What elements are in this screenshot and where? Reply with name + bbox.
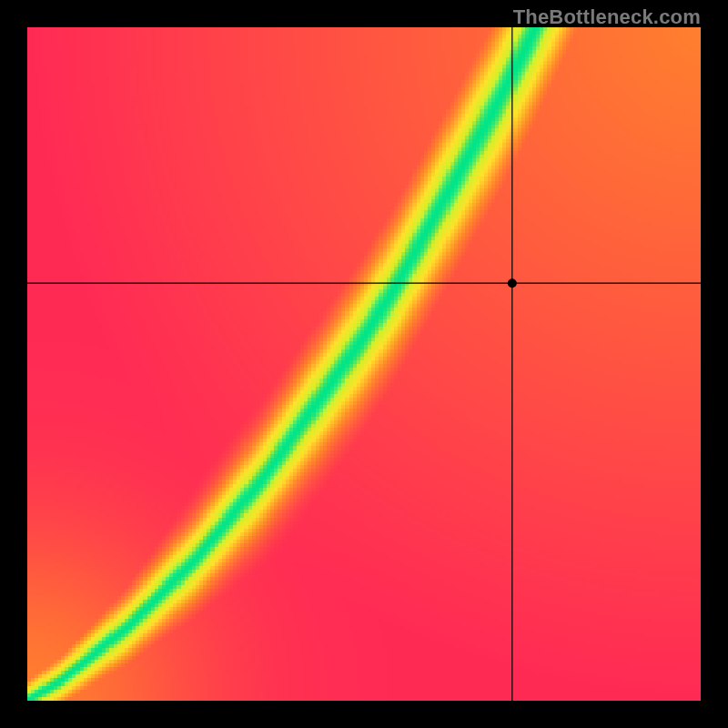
plot-area <box>27 27 701 701</box>
chart-frame: TheBottleneck.com <box>0 0 728 728</box>
watermark-text: TheBottleneck.com <box>513 5 701 29</box>
heatmap-canvas <box>27 27 701 701</box>
